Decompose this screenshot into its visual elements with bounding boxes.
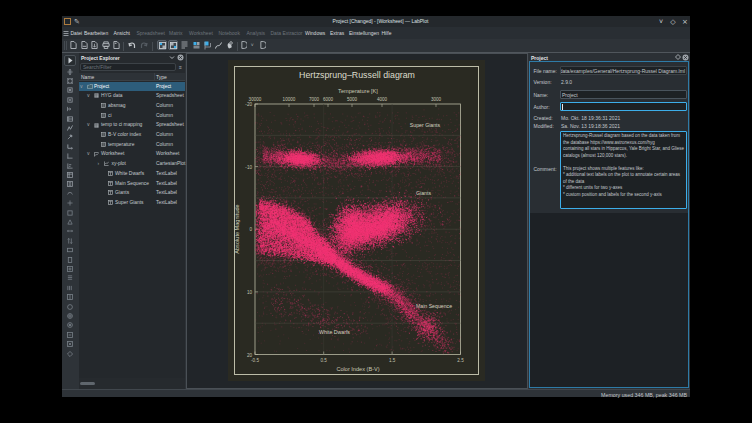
svg-text:6000: 6000 [323, 97, 334, 102]
svg-text:-10: -10 [245, 165, 252, 170]
svg-text:Absolute Magnitude: Absolute Magnitude [234, 204, 240, 253]
svg-text:10000: 10000 [283, 97, 296, 102]
svg-text:Temperature [K]: Temperature [K] [338, 88, 378, 94]
svg-text:3000: 3000 [431, 97, 442, 102]
svg-text:7000: 7000 [309, 97, 320, 102]
svg-text:Hertzsprung–Russell diagram: Hertzsprung–Russell diagram [299, 70, 415, 80]
svg-text:-20: -20 [245, 102, 252, 107]
svg-text:1.5: 1.5 [389, 358, 396, 363]
svg-text:0: 0 [249, 227, 252, 232]
svg-text:30000: 30000 [249, 97, 262, 102]
svg-text:5000: 5000 [347, 97, 358, 102]
svg-text:4000: 4000 [377, 97, 388, 102]
svg-text:2.5: 2.5 [457, 358, 464, 363]
svg-text:Color Index (B-V): Color Index (B-V) [336, 366, 379, 372]
svg-text:-0.5: -0.5 [251, 358, 259, 363]
svg-text:0.5: 0.5 [321, 358, 328, 363]
svg-text:10: 10 [247, 290, 253, 295]
